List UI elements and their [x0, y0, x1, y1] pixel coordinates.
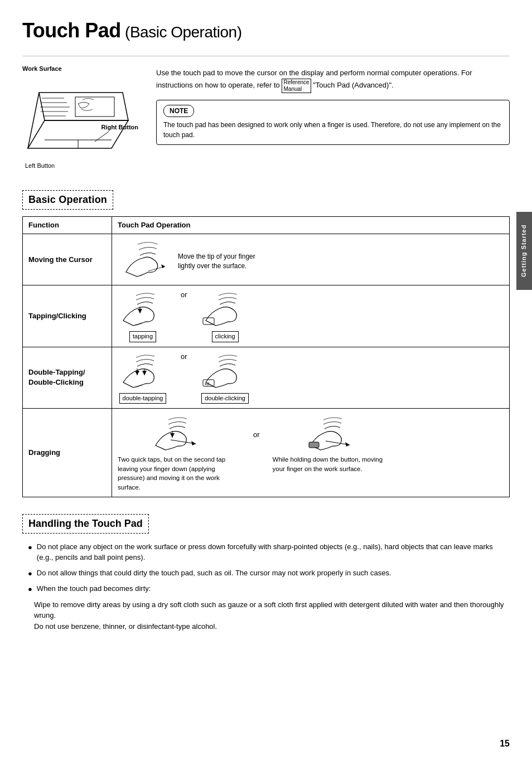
- work-surface-label: Work Surface: [22, 65, 145, 73]
- note-label: NOTE: [163, 105, 194, 117]
- diagram-area: Work Surface: [22, 65, 145, 170]
- clicking-illustration: [200, 290, 250, 329]
- tapping-col: tapping: [118, 290, 168, 342]
- description-text: Use the touch pad to move the cursor on …: [156, 67, 510, 93]
- function-cell: Moving the Cursor: [23, 234, 112, 285]
- description-area: Use the touch pad to move the cursor on …: [156, 65, 510, 170]
- svg-rect-16: [203, 318, 214, 324]
- svg-rect-8: [75, 97, 114, 117]
- operation-cell: Two quick taps, but on the second tap le…: [112, 408, 510, 497]
- table-row: Tapping/Clicking: [23, 285, 510, 347]
- svg-marker-20: [142, 371, 147, 375]
- handling-sub-text: Wipe to remove dirty areas by using a dr…: [34, 599, 510, 632]
- svg-marker-15: [138, 309, 142, 313]
- operation-cell: Move the tip of your fingerlightly over …: [112, 234, 510, 285]
- title-bold: Touch Pad: [22, 19, 121, 42]
- touchpad-svg: [22, 76, 134, 165]
- side-tab: Getting Started: [516, 212, 532, 290]
- page-title: Touch Pad (Basic Operation): [22, 17, 510, 45]
- title-normal: (Basic Operation): [121, 23, 242, 41]
- tapping-illustration: [118, 290, 168, 329]
- drag-tap-desc: Two quick taps, but on the second tap le…: [118, 455, 240, 492]
- clicking-col: clicking: [200, 290, 250, 342]
- operation-cell: double-tapping or x2: [112, 347, 510, 408]
- tapping-label: tapping: [129, 331, 156, 342]
- handling-header: Handling the Touch Pad: [22, 514, 149, 534]
- drag-button-illustration: [306, 413, 362, 455]
- handling-section: Handling the Touch Pad Do not place any …: [22, 508, 510, 632]
- right-button-label: Right Button: [101, 123, 138, 132]
- drag-button-desc: While holding down the button, moving yo…: [273, 455, 395, 473]
- svg-marker-26: [170, 433, 175, 438]
- or-label-3: or: [253, 430, 260, 440]
- double-clicking-illustration: x2: [200, 352, 250, 391]
- svg-line-2: [28, 93, 39, 148]
- top-section: Work Surface: [22, 56, 510, 170]
- operation-cell: tapping or click: [112, 285, 510, 347]
- double-op: double-tapping or x2: [118, 352, 504, 404]
- svg-marker-18: [135, 371, 139, 375]
- col1-header: Function: [23, 216, 112, 234]
- double-clicking-label: double-clicking: [201, 393, 249, 404]
- table-row: Moving the Cursor: [23, 234, 510, 285]
- touchpad-diagram: Right Button Left Button: [22, 76, 139, 171]
- col2-header: Touch Pad Operation: [112, 216, 510, 234]
- drag-button-col: While holding down the button, moving yo…: [273, 413, 395, 473]
- left-button-label: Left Button: [25, 162, 55, 170]
- basic-operation-section: Basic Operation Function Touch Pad Opera…: [22, 182, 510, 497]
- reference-label: ReferenceManual: [282, 79, 311, 93]
- function-cell: Dragging: [23, 408, 112, 497]
- note-text: The touch pad has been designed to work …: [163, 120, 502, 140]
- double-tapping-label: double-tapping: [119, 393, 167, 404]
- or-label-2: or: [181, 352, 187, 362]
- double-clicking-col: x2 double-clicking: [200, 352, 250, 404]
- cursor-desc: Move the tip of your fingerlightly over …: [178, 249, 255, 271]
- handling-bullets: Do not place any object on the work surf…: [28, 541, 510, 595]
- double-tapping-col: double-tapping: [118, 352, 168, 404]
- basic-operation-header: Basic Operation: [22, 190, 113, 210]
- cursor-illustration: [118, 239, 173, 280]
- list-item: Do not allow things that could dirty the…: [28, 568, 510, 579]
- svg-rect-27: [309, 442, 319, 448]
- operation-table: Function Touch Pad Operation Moving the …: [22, 216, 510, 497]
- svg-text:x2: x2: [205, 381, 210, 386]
- svg-marker-29: [345, 442, 350, 447]
- function-cell: Tapping/Clicking: [23, 285, 112, 347]
- list-item: When the touch pad becomes dirty:: [28, 583, 510, 595]
- list-item: Do not place any object on the work surf…: [28, 541, 510, 563]
- or-label-1: or: [181, 290, 187, 300]
- dragging-op: Two quick taps, but on the second tap le…: [118, 413, 504, 492]
- function-cell: Double-Tapping/Double-Clicking: [23, 347, 112, 408]
- clicking-label: clicking: [212, 331, 239, 342]
- double-tapping-illustration: [118, 352, 168, 391]
- tapping-op: tapping or click: [118, 290, 504, 342]
- page-number: 15: [500, 738, 510, 750]
- drag-tap-col: Two quick taps, but on the second tap le…: [118, 413, 240, 492]
- table-row: Double-Tapping/Double-Clicking: [23, 347, 510, 408]
- table-row: Dragging: [23, 408, 510, 497]
- note-box: NOTE The touch pad has been designed to …: [156, 100, 510, 145]
- drag-tap-illustration: [151, 413, 207, 455]
- cursor-op: Move the tip of your fingerlightly over …: [118, 239, 504, 280]
- svg-marker-24: [191, 441, 196, 445]
